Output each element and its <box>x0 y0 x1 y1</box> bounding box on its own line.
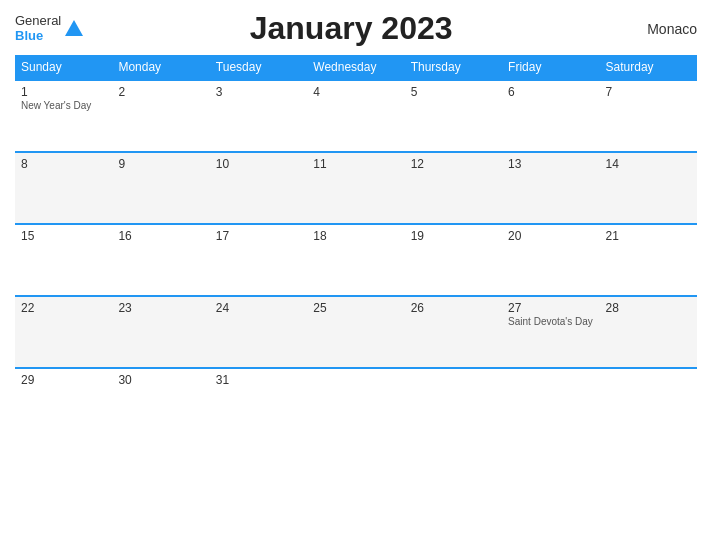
day-number: 20 <box>508 229 593 243</box>
weekday-header-row: Sunday Monday Tuesday Wednesday Thursday… <box>15 55 697 80</box>
header-friday: Friday <box>502 55 599 80</box>
day-number: 25 <box>313 301 398 315</box>
svg-marker-0 <box>65 20 83 36</box>
header-monday: Monday <box>112 55 209 80</box>
day-number: 15 <box>21 229 106 243</box>
day-number: 24 <box>216 301 301 315</box>
day-number: 21 <box>606 229 691 243</box>
day-cell: 24 <box>210 296 307 368</box>
day-cell: 31 <box>210 368 307 440</box>
calendar-title: January 2023 <box>85 10 617 47</box>
day-number: 18 <box>313 229 398 243</box>
day-cell <box>600 368 697 440</box>
day-cell: 18 <box>307 224 404 296</box>
day-cell: 4 <box>307 80 404 152</box>
day-cell: 25 <box>307 296 404 368</box>
calendar-header: General Blue January 2023 Monaco <box>15 10 697 47</box>
holiday-label: Saint Devota's Day <box>508 316 593 327</box>
day-number: 11 <box>313 157 398 171</box>
logo-icon <box>63 18 85 40</box>
logo-general-text: General <box>15 13 61 28</box>
day-cell: 26 <box>405 296 502 368</box>
day-cell: 28 <box>600 296 697 368</box>
day-cell: 7 <box>600 80 697 152</box>
holiday-label: New Year's Day <box>21 100 106 111</box>
day-number: 13 <box>508 157 593 171</box>
day-cell: 15 <box>15 224 112 296</box>
day-number: 12 <box>411 157 496 171</box>
calendar-wrapper: General Blue January 2023 Monaco Sunday … <box>0 0 712 550</box>
day-number: 4 <box>313 85 398 99</box>
week-row-2: 15161718192021 <box>15 224 697 296</box>
week-row-1: 891011121314 <box>15 152 697 224</box>
day-number: 28 <box>606 301 691 315</box>
day-cell: 2 <box>112 80 209 152</box>
country-label: Monaco <box>617 21 697 37</box>
header-wednesday: Wednesday <box>307 55 404 80</box>
day-number: 1 <box>21 85 106 99</box>
day-number: 17 <box>216 229 301 243</box>
day-number: 7 <box>606 85 691 99</box>
day-cell: 12 <box>405 152 502 224</box>
day-number: 14 <box>606 157 691 171</box>
day-cell <box>502 368 599 440</box>
week-row-0: 1New Year's Day234567 <box>15 80 697 152</box>
day-cell: 16 <box>112 224 209 296</box>
day-number: 30 <box>118 373 203 387</box>
header-saturday: Saturday <box>600 55 697 80</box>
day-number: 10 <box>216 157 301 171</box>
day-number: 3 <box>216 85 301 99</box>
header-sunday: Sunday <box>15 55 112 80</box>
day-number: 26 <box>411 301 496 315</box>
day-number: 8 <box>21 157 106 171</box>
week-row-3: 222324252627Saint Devota's Day28 <box>15 296 697 368</box>
day-cell <box>307 368 404 440</box>
calendar-table: Sunday Monday Tuesday Wednesday Thursday… <box>15 55 697 440</box>
day-cell: 3 <box>210 80 307 152</box>
day-number: 6 <box>508 85 593 99</box>
day-cell: 21 <box>600 224 697 296</box>
day-cell: 10 <box>210 152 307 224</box>
day-cell: 8 <box>15 152 112 224</box>
day-cell: 23 <box>112 296 209 368</box>
day-cell: 17 <box>210 224 307 296</box>
day-cell: 6 <box>502 80 599 152</box>
day-cell: 5 <box>405 80 502 152</box>
day-number: 16 <box>118 229 203 243</box>
day-cell: 1New Year's Day <box>15 80 112 152</box>
day-number: 27 <box>508 301 593 315</box>
day-cell: 29 <box>15 368 112 440</box>
logo-blue-text: Blue <box>15 28 43 43</box>
day-cell: 30 <box>112 368 209 440</box>
day-cell <box>405 368 502 440</box>
day-number: 31 <box>216 373 301 387</box>
day-number: 22 <box>21 301 106 315</box>
day-number: 29 <box>21 373 106 387</box>
day-cell: 13 <box>502 152 599 224</box>
day-cell: 11 <box>307 152 404 224</box>
week-row-4: 293031 <box>15 368 697 440</box>
header-thursday: Thursday <box>405 55 502 80</box>
day-cell: 9 <box>112 152 209 224</box>
logo: General Blue <box>15 14 85 43</box>
day-number: 23 <box>118 301 203 315</box>
day-cell: 22 <box>15 296 112 368</box>
day-cell: 20 <box>502 224 599 296</box>
day-number: 9 <box>118 157 203 171</box>
header-tuesday: Tuesday <box>210 55 307 80</box>
day-number: 2 <box>118 85 203 99</box>
day-cell: 14 <box>600 152 697 224</box>
day-cell: 19 <box>405 224 502 296</box>
day-number: 5 <box>411 85 496 99</box>
day-cell: 27Saint Devota's Day <box>502 296 599 368</box>
day-number: 19 <box>411 229 496 243</box>
